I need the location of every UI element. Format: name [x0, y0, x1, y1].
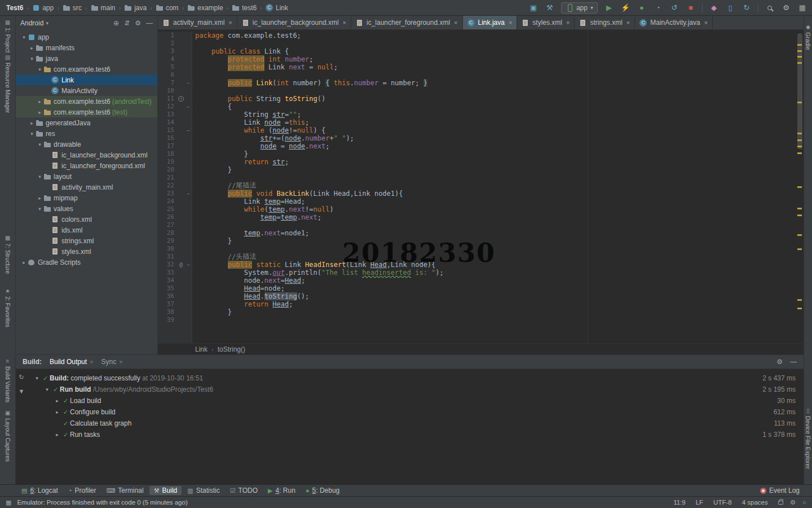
tree-item[interactable]: ids.xml — [16, 225, 157, 235]
fold-marker[interactable]: − — [185, 261, 192, 269]
breadcrumb-item[interactable]: example — [186, 4, 224, 12]
toolwindow-button-terminal[interactable]: ⌨Terminal — [102, 486, 148, 495]
tool-stripe-device-file-explorer[interactable]: ▯Device File Explorer — [804, 408, 812, 469]
tree-chevron[interactable]: ▸ — [36, 195, 43, 201]
fold-marker[interactable]: − — [185, 126, 192, 134]
status-segment[interactable]: UTF-8 — [713, 499, 732, 506]
profile-icon[interactable]: ◔ — [653, 3, 663, 13]
breadcrumb-item[interactable]: src — [61, 4, 83, 12]
breadcrumb-item[interactable]: Link — [264, 4, 290, 12]
tree-item[interactable]: ▸Gradle Scripts — [16, 257, 157, 268]
editor-tab[interactable]: ic_launcher_foreground.xml× — [351, 16, 463, 29]
breadcrumb-item[interactable]: Test6 — [5, 4, 25, 12]
toolwindow-toggle-icon[interactable]: ▦ — [6, 499, 11, 506]
editor-tab[interactable]: strings.xml× — [575, 16, 635, 29]
settings-icon[interactable]: ⚙ — [776, 358, 783, 366]
toolwindow-button-logcat[interactable]: ▤6: Logcat — [17, 486, 63, 495]
tree-item[interactable]: strings.xml — [16, 235, 157, 246]
tree-chevron[interactable]: ▸ — [28, 120, 36, 126]
build-row-chevron[interactable]: ▸ — [53, 409, 61, 415]
editor-tab[interactable]: activity_main.xml× — [158, 16, 237, 29]
tree-chevron[interactable]: ▸ — [36, 110, 43, 115]
build-row[interactable]: ▸✓Run tasks1 s 378 ms — [27, 429, 804, 440]
tree-chevron[interactable]: ▾ — [36, 174, 43, 179]
hide-icon[interactable]: — — [790, 358, 797, 366]
override-marker-icon[interactable]: ↑ — [178, 96, 184, 102]
tree-item[interactable]: ic_launcher_background.xml — [16, 150, 157, 160]
apply-changes-icon[interactable]: ⚡ — [620, 3, 630, 13]
tool-stripe-build-variants[interactable]: ≡Build Variants — [0, 358, 15, 402]
fold-marker[interactable]: − — [185, 190, 192, 198]
tab-close-icon[interactable]: × — [90, 358, 93, 365]
tool-stripe-project[interactable]: ▦1: Project — [0, 19, 15, 52]
avd-manager-icon[interactable]: ◆ — [709, 3, 719, 13]
build-row[interactable]: ▾✓Run build /Users/wby/AndroidStudioProj… — [27, 384, 804, 395]
status-segment[interactable]: 11:9 — [673, 499, 686, 506]
tree-item[interactable]: ▾java — [16, 53, 157, 64]
toolwindow-button-todo[interactable]: ☑TODO — [226, 486, 262, 495]
editor-breadcrumb-item[interactable]: Link — [195, 345, 208, 353]
editor-tab[interactable]: Link.java× — [463, 16, 518, 29]
fold-marker[interactable]: − — [185, 103, 192, 111]
tab-close-icon[interactable]: × — [343, 19, 346, 26]
rerun-build-icon[interactable]: ↻ — [19, 374, 24, 381]
tool-stripe-structure[interactable]: ▩7: Structure — [0, 235, 15, 274]
tree-chevron[interactable]: ▸ — [36, 99, 43, 104]
build-row-chevron[interactable]: ▾ — [33, 375, 41, 381]
tool-stripe-resource-manager[interactable]: ▨Resource Manager — [0, 54, 15, 113]
build-tab[interactable]: Sync× — [101, 355, 122, 369]
build-tab[interactable]: Build Output× — [50, 355, 93, 369]
tree-item[interactable]: Link — [16, 75, 157, 85]
project-view-selector[interactable]: Android ▾ — [20, 19, 48, 27]
tree-chevron[interactable]: ▸ — [28, 45, 36, 51]
filter-icon[interactable]: ▼ — [19, 388, 25, 395]
search-everywhere-icon[interactable] — [765, 3, 775, 13]
status-segment[interactable]: LF — [696, 499, 703, 506]
tab-close-icon[interactable]: × — [566, 19, 570, 26]
tree-item[interactable]: ▸com.example.test6(androidTest) — [16, 96, 157, 107]
coverage-icon[interactable]: ↺ — [669, 3, 679, 13]
status-segment[interactable]: 4 spaces — [742, 499, 768, 506]
notifications-icon[interactable]: ○ — [802, 499, 806, 506]
layout-inspector-icon[interactable]: ▣ — [528, 3, 539, 13]
editor-tab[interactable]: MainActivity.java× — [635, 16, 713, 29]
tree-item[interactable]: ▾app — [16, 32, 157, 42]
tree-item[interactable]: styles.xml — [16, 246, 157, 257]
tree-chevron[interactable]: ▾ — [36, 142, 43, 147]
editor-tab[interactable]: ic_launcher_background.xml× — [237, 16, 351, 29]
tree-item[interactable]: ▾values — [16, 203, 157, 214]
build-row[interactable]: ▾✓Build: completed successfully at 2019-… — [27, 373, 804, 384]
tree-chevron[interactable]: ▾ — [28, 56, 36, 62]
tree-chevron[interactable]: ▾ — [36, 206, 43, 212]
settings-icon[interactable]: ⚙ — [135, 19, 141, 27]
build-row-chevron[interactable]: ▸ — [53, 398, 61, 404]
tool-stripe-layout-captures[interactable]: ▣Layout Captures — [0, 410, 15, 462]
build-row-chevron[interactable]: ▾ — [43, 387, 51, 392]
breadcrumb-item[interactable]: main — [89, 4, 117, 12]
tree-item[interactable]: ▸com.example.test6(test) — [16, 107, 157, 117]
tree-chevron[interactable]: ▾ — [36, 67, 43, 72]
toolwindow-button-statistic[interactable]: ▥Statistic — [183, 486, 224, 495]
tree-item[interactable]: colors.xml — [16, 214, 157, 225]
tree-item[interactable]: ▾layout — [16, 171, 157, 182]
breadcrumb-item[interactable]: app — [30, 4, 55, 12]
sync-project-icon[interactable]: ↻ — [742, 3, 752, 13]
toolwindow-button-profiler[interactable]: ◔Profiler — [64, 486, 101, 495]
layout-grid-icon[interactable]: ▦ — [797, 3, 807, 13]
build-row[interactable]: ▸✓Configure build612 ms — [27, 406, 804, 418]
toolwindow-button-event-log[interactable]: Event Log — [756, 486, 804, 495]
run-icon[interactable]: ▶ — [604, 3, 614, 13]
debug-icon[interactable]: ● — [637, 3, 647, 13]
editor-tab[interactable]: styles.xml× — [517, 16, 575, 29]
lock-icon[interactable] — [778, 499, 783, 506]
tool-stripe-gradle[interactable]: ◆Gradle — [804, 24, 812, 50]
tab-close-icon[interactable]: × — [509, 19, 512, 26]
editor-breadcrumb-item[interactable]: toString() — [218, 345, 245, 353]
device-file-explorer-icon[interactable]: ▯ — [725, 3, 735, 13]
settings-icon[interactable]: ⚙ — [790, 498, 796, 506]
tree-item[interactable]: ▸mipmap — [16, 192, 157, 203]
tab-close-icon[interactable]: × — [228, 19, 232, 26]
build-row-chevron[interactable]: ▸ — [53, 432, 61, 437]
locate-icon[interactable]: ⊕ — [113, 19, 119, 27]
build-row[interactable]: ✓Calculate task graph113 ms — [27, 418, 804, 429]
